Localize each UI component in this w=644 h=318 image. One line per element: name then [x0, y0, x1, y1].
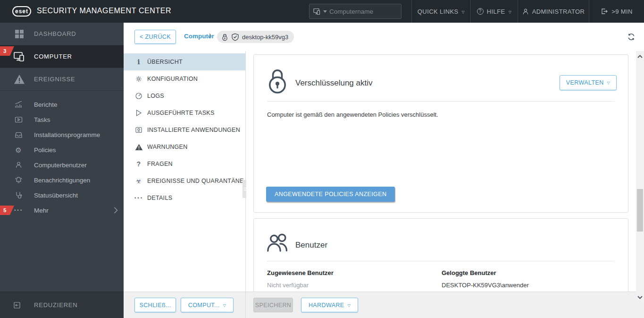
session-timer: >9 MIN: [611, 8, 633, 15]
eset-logo: eset: [12, 6, 31, 17]
scrollbar-thumb[interactable]: [637, 189, 643, 232]
mehr-alert-badge: 5: [0, 206, 14, 215]
dashboard-icon: [13, 29, 25, 39]
question-icon: [134, 160, 143, 168]
quick-links-menu[interactable]: QUICK LINKS: [411, 0, 470, 23]
computer-search-icon: [313, 8, 321, 15]
warning-triangle-icon: [134, 144, 143, 151]
collapse-label: REDUZIEREN: [34, 301, 78, 309]
refresh-icon[interactable]: [627, 33, 636, 41]
users-icon: [266, 233, 291, 252]
verwalten-button[interactable]: VERWALTEN: [560, 75, 617, 90]
config-gear-icon: [134, 75, 143, 83]
sidebar-item-mehr[interactable]: 5 Mehr: [0, 203, 124, 218]
chevron-down-icon: [223, 302, 226, 309]
tasks-icon: [13, 116, 24, 123]
session-logout[interactable]: >9 MIN: [589, 0, 644, 23]
app-title: SECURITY MANAGEMENT CENTER: [37, 7, 171, 15]
user-menu[interactable]: ADMINISTRATOR: [518, 0, 589, 23]
close-button[interactable]: SCHLIEß...: [134, 298, 176, 312]
report-chart-icon: [13, 101, 24, 108]
warning-triangle-icon: [13, 74, 25, 85]
computer-icon: [13, 51, 25, 62]
tab-details[interactable]: DETAILS: [124, 189, 245, 206]
bell-icon: [13, 176, 24, 184]
logged-users-label: Geloggte Benutzer: [442, 269, 496, 276]
sidebar-item-label: Computerbenutzer: [34, 162, 87, 169]
tab-label: INSTALLIERTE ANWENDUNGEN: [147, 127, 240, 133]
chevron-down-icon: [462, 8, 465, 15]
back-button[interactable]: < ZURÜCK: [134, 30, 176, 44]
sidebar-item-label: COMPUTER: [34, 53, 72, 60]
verwalten-label: VERWALTEN: [566, 79, 604, 86]
scroll-up-icon[interactable]: [637, 55, 643, 58]
chevron-down-icon: [348, 302, 351, 309]
sidebar-item-computerbenutzer[interactable]: Computerbenutzer: [0, 157, 124, 172]
search-input[interactable]: [329, 8, 386, 15]
vertical-scrollbar[interactable]: [636, 51, 644, 303]
assigned-users-label: Zugewiesene Benutzer: [267, 269, 334, 276]
biohazard-icon: [134, 177, 143, 185]
panel-divider: [245, 51, 246, 292]
tab-konfiguration[interactable]: KONFIGURATION: [124, 70, 245, 87]
sidebar-item-label: DASHBOARD: [34, 30, 76, 37]
gear-icon: [13, 146, 24, 154]
sidebar-item-label: Benachrichtigungen: [34, 177, 90, 184]
user-label: ADMINISTRATOR: [532, 8, 585, 15]
help-menu[interactable]: HILFE: [470, 0, 518, 23]
sidebar-item-label: EREIGNISSE: [34, 76, 75, 83]
tab-label: KONFIGURATION: [147, 76, 198, 82]
search-scope-caret-icon[interactable]: [323, 10, 327, 13]
main-sidebar: DASHBOARD 3 COMPUTER EREIGNISSE B: [0, 23, 124, 292]
sidebar-collapse-button[interactable]: REDUZIEREN: [0, 292, 124, 318]
tab-label: LOGS: [147, 93, 164, 99]
chevron-down-icon: [607, 79, 611, 86]
encryption-card: Verschlüsselung aktiv VERWALTEN Computer…: [253, 54, 628, 213]
play-icon: [134, 109, 143, 117]
computer-actions-button[interactable]: COMPUT...: [181, 298, 234, 312]
person-icon: [13, 161, 24, 169]
sidebar-item-policies[interactable]: Policies: [0, 142, 124, 157]
sidebar-item-label: Statusübersicht: [34, 192, 78, 199]
shield-check-icon: [231, 33, 239, 41]
card-divider: [267, 261, 615, 261]
sidebar-item-label: Berichte: [34, 101, 58, 108]
sidebar-item-benachrichtigungen[interactable]: Benachrichtigungen: [0, 172, 124, 188]
logs-gauge-icon: [134, 92, 143, 100]
sidebar-item-ereignisse[interactable]: EREIGNISSE: [0, 68, 124, 91]
tab-ausgefuehrte-tasks[interactable]: AUSGEFÜHRTE TASKS: [124, 104, 245, 121]
sidebar-item-statusuebersicht[interactable]: Statusübersicht: [0, 188, 124, 203]
status-stethoscope-icon: [13, 191, 24, 199]
more-dots-icon: [134, 196, 143, 200]
tab-label: EREIGNISSE UND QUARANTÄNE: [147, 178, 244, 184]
tab-label: ÜBERSICHT: [147, 59, 183, 65]
tab-ereignisse-quarantaene[interactable]: EREIGNISSE UND QUARANTÄNE: [124, 172, 245, 189]
logged-users-value: DESKTOP-KK59VG3\anwender: [442, 282, 529, 289]
breadcrumb-chevron-icon: [209, 29, 211, 42]
sidebar-item-computer[interactable]: 3 COMPUTER: [0, 45, 124, 68]
collapse-icon: [13, 301, 21, 309]
chevron-right-icon: [114, 207, 118, 214]
scroll-down-icon[interactable]: [637, 296, 643, 299]
logout-icon: [601, 8, 608, 15]
encryption-description: Computer ist gemäß den angewendeten Poli…: [267, 111, 438, 118]
tab-label: DETAILS: [147, 195, 172, 201]
sidebar-item-dashboard[interactable]: DASHBOARD: [0, 23, 124, 45]
tab-fragen[interactable]: FRAGEN: [124, 155, 245, 172]
quick-links-label: QUICK LINKS: [418, 8, 459, 15]
sidebar-item-berichte[interactable]: Berichte: [0, 97, 124, 112]
sidebar-item-label: Installationsprogramme: [34, 131, 100, 138]
tab-uebersicht[interactable]: ÜBERSICHT: [124, 53, 245, 70]
hardware-button[interactable]: HARDWARE: [301, 298, 358, 312]
tab-warnungen[interactable]: WARNUNGEN: [124, 138, 245, 155]
sidebar-item-tasks[interactable]: Tasks: [0, 112, 124, 127]
show-applied-policies-button[interactable]: ANGEWENDETE POLICIES ANZEIGEN: [266, 187, 395, 202]
action-footer: SCHLIEß... COMPUT... SPEICHERN HARDWARE: [124, 292, 644, 318]
sidebar-item-label: Tasks: [34, 116, 50, 123]
padlock-icon: [267, 67, 288, 95]
tab-logs[interactable]: LOGS: [124, 87, 245, 104]
computer-search[interactable]: [309, 4, 401, 19]
tab-installierte-anwendungen[interactable]: INSTALLIERTE ANWENDUNGEN: [124, 121, 245, 138]
sidebar-item-installationsprogramme[interactable]: Installationsprogramme: [0, 127, 124, 142]
eset-logo-text: eset: [15, 8, 28, 15]
